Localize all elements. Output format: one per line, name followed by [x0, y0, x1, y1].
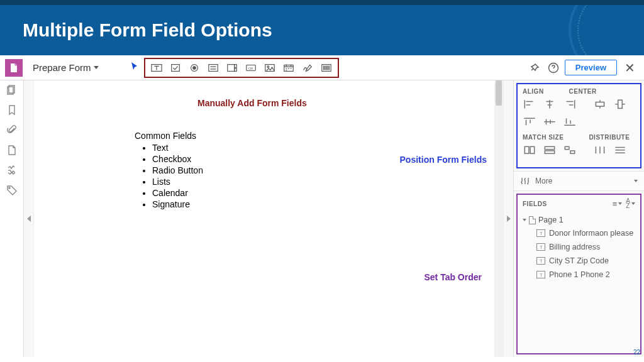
pointer-tool[interactable]	[130, 62, 140, 74]
barcode-tool[interactable]	[318, 60, 335, 75]
tools-icon	[520, 177, 530, 185]
tree-page-row[interactable]: Page 1	[523, 214, 638, 226]
align-right-icon[interactable]	[563, 99, 577, 110]
prepare-form-label: Prepare Form	[33, 62, 91, 73]
align-bottom-icon[interactable]	[563, 116, 577, 128]
sort-order-button[interactable]: ≡	[613, 199, 623, 209]
attachment-icon[interactable]	[6, 124, 18, 136]
accessibility-icon[interactable]	[6, 165, 18, 176]
tree-field-row[interactable]: TCity ST Zip Code	[523, 254, 638, 268]
match-both-icon[interactable]	[563, 145, 577, 156]
svg-rect-21	[545, 147, 554, 150]
image-field-tool[interactable]	[261, 60, 279, 75]
distribute-v-icon[interactable]	[613, 145, 627, 156]
doc-item: Signature	[152, 199, 203, 210]
svg-rect-22	[545, 151, 554, 153]
page-label: Page 1	[538, 216, 564, 224]
slide-title: Multiple Form Field Options	[23, 19, 272, 41]
svg-rect-19	[525, 147, 529, 154]
page-number: 22	[633, 349, 640, 356]
match-size-title: MATCH SIZE	[523, 134, 564, 141]
tree-field-row[interactable]: TDonor Informaon please	[523, 226, 638, 240]
align-top-icon[interactable]	[523, 116, 536, 128]
svg-rect-5	[227, 64, 234, 71]
gutter-left[interactable]	[24, 80, 34, 357]
pin-icon[interactable]	[527, 60, 542, 75]
fields-section: FIELDS ≡ AZ Page 1 TDonor Informaon plea…	[516, 194, 641, 354]
help-icon[interactable]	[546, 60, 561, 75]
page-glyph-icon	[529, 216, 536, 224]
text-field-glyph-icon: T	[536, 271, 545, 278]
distribute-title: DISTRIBUTE	[589, 134, 630, 141]
svg-rect-1	[171, 64, 179, 71]
thumbnails-icon[interactable]	[6, 84, 18, 96]
preview-button[interactable]: Preview	[565, 60, 617, 75]
app-window: Prepare Form OK Preview ✕	[0, 55, 644, 357]
file-tab[interactable]	[5, 59, 23, 77]
svg-point-10	[267, 65, 269, 67]
more-label: More	[535, 177, 552, 185]
doc-item: Calendar	[152, 187, 203, 199]
chevron-left-icon	[27, 216, 31, 222]
tag-icon[interactable]	[6, 185, 18, 196]
button-tool[interactable]: OK	[242, 60, 260, 75]
annotation-tab-order: Set Tab Order	[424, 272, 482, 282]
svg-rect-23	[565, 147, 569, 150]
svg-rect-24	[570, 151, 575, 153]
close-panel-button[interactable]: ✕	[621, 60, 639, 75]
prepare-form-dropdown[interactable]: Prepare Form	[26, 62, 105, 73]
collapse-icon	[523, 219, 526, 221]
document-canvas[interactable]: Manually Add Form Fields Position Form F…	[34, 80, 494, 357]
doc-text: Common Fields Text Checkbox Radio Button…	[135, 131, 203, 210]
align-left-icon[interactable]	[523, 99, 536, 110]
svg-point-16	[9, 187, 10, 189]
fields-title: FIELDS	[523, 200, 609, 207]
tree-field-row[interactable]: TBilling address	[523, 240, 638, 254]
align-title: ALIGN	[523, 88, 544, 95]
radio-tool[interactable]	[186, 60, 203, 75]
svg-rect-4	[208, 64, 217, 71]
annotation-manual-add: Manually Add Form Fields	[197, 98, 307, 108]
annotation-position: Position Form Fields	[400, 155, 487, 165]
dropdown-tool[interactable]	[223, 60, 241, 75]
svg-rect-18	[618, 100, 623, 108]
tree-field-row[interactable]: TPhone 1 Phone 2	[523, 268, 638, 282]
canvas-area: Manually Add Form Fields Position Form F…	[24, 80, 513, 357]
chevron-down-icon	[634, 180, 638, 182]
fields-tree: Page 1 TDonor Informaon please TBilling …	[518, 212, 640, 285]
text-field-tool[interactable]	[148, 60, 165, 75]
align-middle-icon[interactable]	[543, 116, 557, 128]
list-tool[interactable]	[204, 60, 222, 75]
svg-text:OK: OK	[248, 66, 253, 70]
chevron-right-icon	[507, 216, 511, 222]
scroll-thumb[interactable]	[496, 80, 502, 106]
scrollbar[interactable]	[494, 80, 503, 357]
align-section: ALIGN CENTER MATCH SIZE	[516, 83, 641, 168]
sort-az-button[interactable]: AZ	[626, 199, 635, 209]
signature-tool[interactable]	[299, 60, 316, 75]
more-dropdown[interactable]: More	[514, 171, 644, 191]
match-width-icon[interactable]	[523, 145, 536, 156]
doc-item: Lists	[152, 176, 203, 187]
distribute-h-icon[interactable]	[593, 145, 607, 156]
bookmark-icon[interactable]	[6, 104, 18, 116]
match-height-icon[interactable]	[543, 145, 557, 156]
left-rail	[0, 80, 24, 357]
center-h-icon[interactable]	[593, 99, 607, 110]
toolbar: Prepare Form OK Preview ✕	[0, 55, 644, 80]
date-field-tool[interactable]	[280, 60, 297, 75]
align-center-h-icon[interactable]	[543, 99, 557, 110]
checkbox-tool[interactable]	[167, 60, 184, 75]
svg-rect-20	[530, 147, 535, 154]
doc-item: Checkbox	[152, 153, 203, 165]
right-panel: ALIGN CENTER MATCH SIZE	[513, 80, 644, 357]
doc-item: Text	[152, 142, 203, 153]
page-icon[interactable]	[6, 145, 18, 156]
doc-item: Radio Button	[152, 165, 203, 176]
gutter-right[interactable]	[503, 80, 513, 357]
text-field-glyph-icon: T	[536, 257, 545, 265]
field-tools-group: OK	[144, 58, 339, 78]
svg-rect-17	[596, 102, 604, 107]
doc-heading: Common Fields	[135, 131, 203, 141]
center-v-icon[interactable]	[613, 99, 627, 110]
